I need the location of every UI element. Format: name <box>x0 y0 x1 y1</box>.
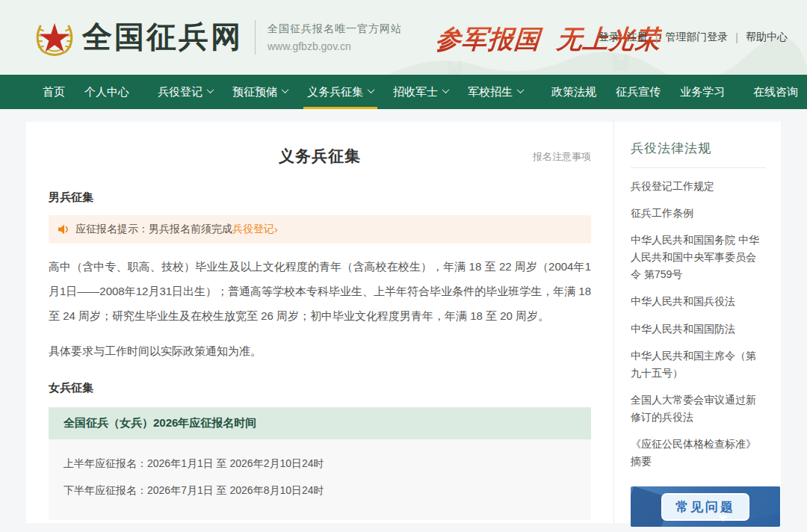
nav-label: 预征预储 <box>232 85 277 99</box>
law-list-item[interactable]: 中华人民共和国兵役法 <box>631 293 766 310</box>
nav-label: 招收军士 <box>393 85 438 99</box>
sidebar: 兵役法律法规 兵役登记工作规定 征兵工作条例 中华人民共和国国务院 中华人民共和… <box>613 122 781 523</box>
help-center-link[interactable]: 帮助中心 <box>746 31 788 44</box>
nav-item-policy[interactable]: 政策法规 <box>542 75 606 109</box>
site-tagline: 全国征兵报名唯一官方网站 <box>268 22 402 36</box>
service-registration-link[interactable]: 兵役登记 <box>232 223 274 236</box>
nav-label: 业务学习 <box>680 85 725 99</box>
chevron-down-icon <box>368 86 375 93</box>
nav-item-service-registration[interactable]: 兵役登记 <box>148 75 223 109</box>
first-half-date-line: 上半年应征报名：2026年1月1日 至 2026年2月10日24时 <box>64 457 576 471</box>
nav-item-online-consult[interactable]: 在线咨询 <box>743 75 807 109</box>
logo-divider <box>255 20 256 55</box>
policy-note: 具体要求与工作时间以实际政策通知为准。 <box>49 344 591 359</box>
main-nav: 首页 个人中心 兵役登记 预征预储 义务兵征集 招收军士 军校招生 政策法规 征… <box>0 75 807 109</box>
site-url: www.gfbzb.gov.cn <box>268 40 402 52</box>
faq-banner-button[interactable]: 常见问题 <box>631 486 780 527</box>
main-column: 义务兵征集 报名注意事项 男兵征集 应征报名提示：男兵报名前须完成兵役登记› 高… <box>26 122 613 523</box>
site-name: 全国征兵网 <box>82 16 243 58</box>
law-list-item[interactable]: 中华人民共和国国务院 中华人民共和国中央军事委员会令 第759号 <box>631 232 766 283</box>
signup-time-box: 全国征兵（女兵）2026年应征报名时间 上半年应征报名：2026年1月1日 至 … <box>49 407 591 520</box>
eligibility-paragraph: 高中（含中专、职高、技校）毕业生及以上文化程度的青年（含高校在校生），年满 18… <box>49 254 591 328</box>
tagline-stack: 全国征兵报名唯一官方网站 www.gfbzb.gov.cn <box>268 22 402 52</box>
notice-bar: 应征报名提示：男兵报名前须完成兵役登记› <box>49 215 591 244</box>
speaker-icon <box>58 223 69 235</box>
sidebar-title: 兵役法律法规 <box>631 134 766 168</box>
nav-item-nco-recruit[interactable]: 招收军士 <box>383 75 458 109</box>
signup-time-box-body: 上半年应征报名：2026年1月1日 至 2026年2月10日24时 下半年应征报… <box>49 439 591 520</box>
signup-notes-link[interactable]: 报名注意事项 <box>533 150 591 164</box>
faq-bubble-label: 常见问题 <box>661 493 749 521</box>
admin-login-link[interactable]: 管理部门登录 <box>665 31 728 44</box>
chevron-down-icon <box>517 86 525 93</box>
login-link[interactable]: 登录 <box>599 31 619 44</box>
nav-item-home[interactable]: 首页 <box>33 75 75 109</box>
second-half-date-line: 下半年应征报名：2026年7月1日 至 2026年8月10日24时 <box>64 484 576 498</box>
female-section-heading: 女兵征集 <box>49 381 591 395</box>
law-list: 兵役登记工作规定 征兵工作条例 中华人民共和国国务院 中华人民共和国中央军事委员… <box>631 178 766 470</box>
nav-label: 军校招生 <box>468 85 513 99</box>
law-list-item[interactable]: 征兵工作条例 <box>631 205 766 222</box>
law-list-item[interactable]: 中华人民共和国国防法 <box>631 321 766 338</box>
chevron-down-icon <box>442 86 450 93</box>
chevron-down-icon <box>282 86 289 93</box>
law-list-item[interactable]: 中华人民共和国主席令（第九十五号） <box>631 347 766 382</box>
nav-item-publicity[interactable]: 征兵宣传 <box>606 75 670 109</box>
site-header: 全国征兵网 全国征兵报名唯一官方网站 www.gfbzb.gov.cn 参军报国… <box>0 0 807 75</box>
register-link[interactable]: 注册 <box>627 31 648 44</box>
nav-item-personal-center[interactable]: 个人中心 <box>75 75 139 109</box>
nav-item-conscription-active[interactable]: 义务兵征集 <box>297 75 383 109</box>
slogan-part1: 参军报国 <box>435 24 542 54</box>
notice-text: 应征报名提示：男兵报名前须完成 <box>75 223 232 236</box>
nav-item-learning[interactable]: 业务学习 <box>670 75 735 109</box>
faq-bubble-tail <box>719 516 728 522</box>
page-title: 义务兵征集 <box>279 147 361 164</box>
logo-group: 全国征兵网 全国征兵报名唯一官方网站 www.gfbzb.gov.cn <box>34 16 402 58</box>
title-row: 义务兵征集 报名注意事项 <box>49 146 591 168</box>
nav-label: 兵役登记 <box>158 85 202 99</box>
header-links: 登录 注册 | 管理部门登录 | 帮助中心 <box>599 31 788 44</box>
page: 全国征兵网 全国征兵报名唯一官方网站 www.gfbzb.gov.cn 参军报国… <box>0 0 807 532</box>
nav-label: 政策法规 <box>551 85 596 99</box>
emblem-icon <box>34 17 75 58</box>
nav-label: 征兵宣传 <box>616 85 661 99</box>
nav-item-academy-admission[interactable]: 军校招生 <box>458 75 533 109</box>
nav-label: 义务兵征集 <box>307 85 363 99</box>
law-list-item[interactable]: 兵役登记工作规定 <box>631 178 766 195</box>
law-list-item[interactable]: 《应征公民体格检查标准》摘要 <box>631 436 766 470</box>
male-section-heading: 男兵征集 <box>49 191 591 205</box>
nav-label: 个人中心 <box>84 85 129 99</box>
chevron-right-icon: › <box>274 223 278 235</box>
chevron-down-icon <box>207 86 214 93</box>
signup-time-box-title: 全国征兵（女兵）2026年应征报名时间 <box>49 407 591 439</box>
law-list-item[interactable]: 全国人大常委会审议通过新修订的兵役法 <box>631 392 766 426</box>
content-container: 义务兵征集 报名注意事项 男兵征集 应征报名提示：男兵报名前须完成兵役登记› 高… <box>26 122 781 523</box>
nav-label: 在线咨询 <box>753 85 798 99</box>
nav-label: 首页 <box>43 85 65 99</box>
nav-item-pre-recruit[interactable]: 预征预储 <box>223 75 297 109</box>
header-link-separator: | <box>735 31 738 43</box>
header-link-separator: | <box>655 31 658 43</box>
